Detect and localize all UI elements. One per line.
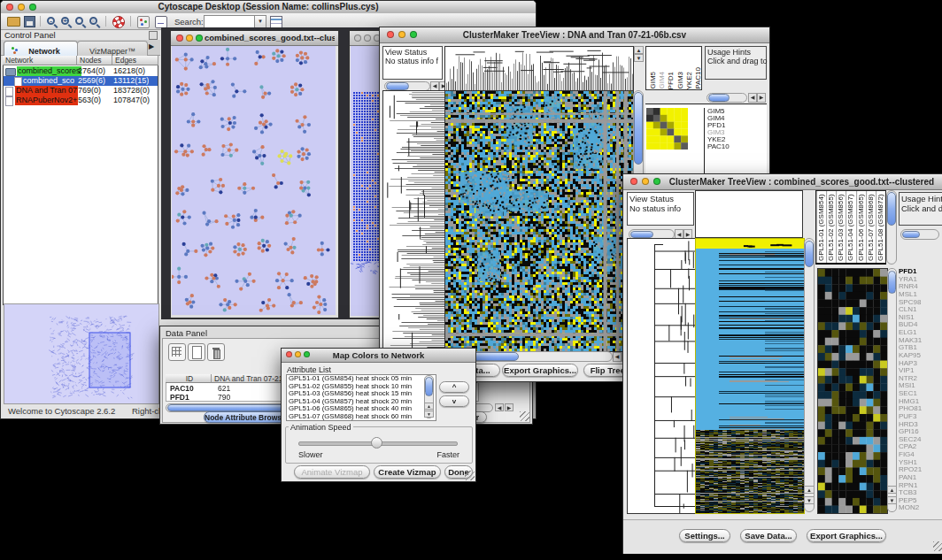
column-label[interactable]: PAC10 <box>694 67 701 89</box>
tab-vizmapper[interactable]: VizMapper™ <box>77 41 148 56</box>
zoom-in-icon[interactable]: + <box>61 17 69 25</box>
scroll-down-icon[interactable]: ▼ <box>804 496 815 504</box>
animate-vizmap-button[interactable]: Animate Vizmap <box>294 465 370 479</box>
close-icon[interactable] <box>630 178 637 185</box>
table-row[interactable]: DNA and Tran 07 769(0) 183728(0) <box>4 86 158 96</box>
heatmap-canvas[interactable] <box>444 90 634 352</box>
gene-label[interactable]: PAC10 <box>707 143 766 150</box>
float-panel-icon[interactable] <box>149 31 158 40</box>
node-attribute-browser-tab[interactable]: Node Attribute Brows... <box>204 411 287 423</box>
data-column-id[interactable]: ID <box>166 374 212 383</box>
mini-heatmap-canvas[interactable] <box>646 108 688 150</box>
move-up-button[interactable]: ^ <box>439 381 469 393</box>
attribute-browser-icon[interactable] <box>168 343 186 361</box>
help-lifesaver-icon[interactable] <box>112 16 125 28</box>
vizmapper-icon[interactable] <box>137 16 150 28</box>
save-data-button[interactable]: Save Data... <box>740 529 797 542</box>
column-dendrogram-area[interactable] <box>695 190 803 238</box>
network-view-canvas[interactable] <box>172 46 336 315</box>
scroll-down-icon[interactable]: ▼ <box>424 410 434 418</box>
zoom-window-icon[interactable] <box>196 35 203 42</box>
search-dropdown-icon[interactable]: ▼ <box>254 15 266 28</box>
heatmap-canvas[interactable] <box>695 238 805 514</box>
save-icon[interactable] <box>24 16 35 27</box>
column-label[interactable]: GPL51-04 (GSM857) <box>845 191 855 263</box>
scroll-right-icon[interactable]: ▶ <box>757 93 766 103</box>
search-input[interactable] <box>204 15 256 28</box>
usage-hints-hscrollbar[interactable] <box>900 229 939 240</box>
table-row[interactable]: RNAPuberNov2+ 563(0) 107847(0) <box>4 96 158 105</box>
annotation-icon[interactable] <box>155 16 167 28</box>
zoom-window-icon[interactable] <box>653 178 660 185</box>
column-label[interactable]: GIM5 <box>649 72 656 89</box>
table-row[interactable]: combined_scores 2764(0) 16218(0) <box>4 66 158 76</box>
heatmap-vscrollbar[interactable] <box>804 238 815 512</box>
close-icon[interactable] <box>176 35 183 42</box>
scroll-left-icon[interactable]: ◀ <box>613 352 622 362</box>
export-graphics-button[interactable]: Export Graphics... <box>502 364 578 377</box>
zoom-fit-icon[interactable] <box>75 17 83 25</box>
move-down-button[interactable]: v <box>439 395 469 407</box>
column-label[interactable]: YKE2 <box>685 72 692 89</box>
zoom-out-icon[interactable]: - <box>47 17 55 25</box>
data-cell-id: PAC10 <box>170 384 194 393</box>
column-label[interactable]: GPL51-07 (GSM868) <box>866 191 876 263</box>
table-row-selected[interactable]: combined_sco 2569(6) 13112(15) <box>4 76 158 86</box>
column-labels-vscrollbar[interactable] <box>886 190 897 265</box>
tab-network[interactable]: Network <box>4 41 78 56</box>
usage-hints-hscrollbar[interactable] <box>706 93 747 103</box>
speed-slider-thumb[interactable] <box>371 437 382 449</box>
row-dendrogram-canvas[interactable] <box>627 238 697 514</box>
minimize-icon[interactable] <box>186 35 193 42</box>
tab-more-icon[interactable]: ▶ <box>149 42 154 50</box>
scroll-down-icon[interactable]: ▼ <box>887 496 897 504</box>
column-label[interactable]: GIM3 <box>676 72 683 89</box>
close-icon[interactable] <box>354 35 361 42</box>
column-label[interactable]: GPL51-06 (GSM865) <box>856 191 866 263</box>
column-label[interactable]: GPL51-01 (GSM854) <box>816 191 826 263</box>
scroll-left-icon[interactable]: ◀ <box>748 93 757 103</box>
network-edges: 16218(0) <box>113 66 145 76</box>
scroll-up-icon[interactable]: ▲ <box>887 486 897 494</box>
column-header-edges[interactable]: Edges <box>112 56 158 65</box>
export-graphics-button[interactable]: Export Graphics... <box>807 529 886 542</box>
column-dendrogram-canvas[interactable] <box>444 46 634 92</box>
create-vizmap-button[interactable]: Create Vizmap <box>374 465 441 479</box>
attribute-list-item[interactable]: GPL51-07 (GSM868) heat shock 60 min <box>287 413 436 421</box>
mini-heatmap-vscrollbar[interactable] <box>887 268 897 512</box>
treeview2-titlebar[interactable]: ClusterMaker TreeView : combined_scores_… <box>623 174 942 190</box>
column-label[interactable]: GPL51-02 (GSM855) <box>826 191 836 263</box>
column-label[interactable]: GIM4 <box>658 72 665 89</box>
new-attribute-icon[interactable] <box>188 343 205 361</box>
mini-heatmap-canvas[interactable] <box>817 268 888 514</box>
treeview1-titlebar[interactable]: ClusterMaker TreeView : DNA and Tran 07-… <box>380 27 769 43</box>
network-view-titlebar[interactable]: combined_scores_good.txt--cluste... <box>171 31 338 46</box>
scroll-left-icon[interactable]: ◀ <box>495 403 504 411</box>
scroll-up-icon[interactable]: ▲ <box>804 486 815 494</box>
scroll-up-icon[interactable]: ▲ <box>634 46 644 54</box>
zoom-selected-icon[interactable]: ▫ <box>89 17 97 25</box>
main-titlebar[interactable]: Cytoscape Desktop (Session Name: collins… <box>1 1 536 14</box>
attribute-list[interactable]: GPL51-01 (GSM854) heat shock 05 minGPL51… <box>286 374 436 421</box>
scroll-down-icon[interactable]: ▼ <box>634 54 644 62</box>
row-dendrogram-canvas[interactable] <box>382 90 446 352</box>
network-overview-thumbnail[interactable] <box>4 303 159 404</box>
column-label[interactable]: GPL51-08 (GSM872) <box>876 191 885 263</box>
resize-grip[interactable] <box>933 541 942 551</box>
scroll-up-icon[interactable]: ▲ <box>424 403 434 410</box>
gene-label[interactable]: MON2 <box>899 504 942 512</box>
scroll-right-icon[interactable]: ▶ <box>505 403 513 411</box>
column-label[interactable]: PFD1 <box>667 72 674 89</box>
import-table-icon[interactable] <box>270 16 282 28</box>
dialog-titlebar[interactable]: Map Colors to Network <box>282 349 475 363</box>
open-file-icon[interactable] <box>7 17 20 27</box>
settings-button[interactable]: Settings... <box>679 529 730 542</box>
delete-attribute-trash-icon[interactable] <box>207 343 225 361</box>
resize-grip[interactable] <box>520 411 529 421</box>
column-header-network[interactable]: Network <box>3 56 77 65</box>
minimize-icon[interactable] <box>364 35 371 42</box>
resize-grip[interactable] <box>465 471 475 480</box>
column-label[interactable]: GPL51-03 (GSM856) <box>836 191 845 263</box>
column-header-nodes[interactable]: Nodes <box>77 56 112 65</box>
minimize-icon[interactable] <box>642 178 649 185</box>
